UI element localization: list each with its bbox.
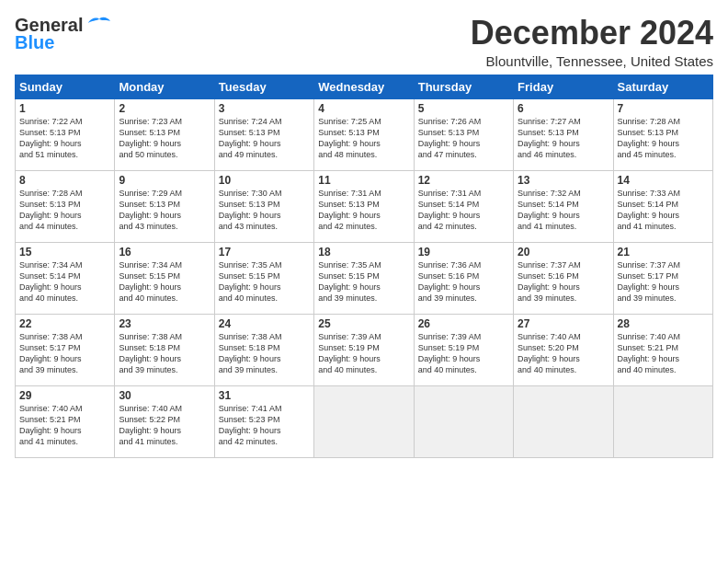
day-info: Sunrise: 7:28 AM Sunset: 5:13 PM Dayligh… [618,116,709,161]
month-title: December 2024 [471,15,713,52]
day-info: Sunrise: 7:22 AM Sunset: 5:13 PM Dayligh… [19,116,110,161]
day-number: 8 [19,174,110,187]
day-number: 28 [618,317,709,330]
day-info: Sunrise: 7:36 AM Sunset: 5:16 PM Dayligh… [418,259,509,304]
col-sunday: Sunday [16,75,115,98]
header: General Blue December 2024 Blountville, … [15,15,713,69]
table-row: 24Sunrise: 7:38 AM Sunset: 5:18 PM Dayli… [214,314,313,385]
col-friday: Friday [514,75,613,98]
day-number: 17 [219,246,310,259]
day-number: 29 [19,389,110,402]
calendar-table: Sunday Monday Tuesday Wednesday Thursday… [15,75,713,458]
col-saturday: Saturday [613,75,712,98]
page-container: General Blue December 2024 Blountville, … [0,0,728,465]
table-row: 12Sunrise: 7:31 AM Sunset: 5:14 PM Dayli… [414,170,513,242]
day-info: Sunrise: 7:41 AM Sunset: 5:23 PM Dayligh… [219,403,310,448]
table-row: 2Sunrise: 7:23 AM Sunset: 5:13 PM Daylig… [115,98,214,170]
table-row: 7Sunrise: 7:28 AM Sunset: 5:13 PM Daylig… [613,98,712,170]
day-info: Sunrise: 7:40 AM Sunset: 5:21 PM Dayligh… [618,331,709,376]
day-number: 31 [219,389,310,402]
day-info: Sunrise: 7:26 AM Sunset: 5:13 PM Dayligh… [418,116,509,161]
table-row: 27Sunrise: 7:40 AM Sunset: 5:20 PM Dayli… [514,314,613,385]
day-number: 20 [518,246,609,259]
table-row: 22Sunrise: 7:38 AM Sunset: 5:17 PM Dayli… [16,314,115,385]
table-row: 5Sunrise: 7:26 AM Sunset: 5:13 PM Daylig… [414,98,513,170]
table-row [314,385,414,457]
calendar-header-row: Sunday Monday Tuesday Wednesday Thursday… [16,75,713,98]
day-info: Sunrise: 7:29 AM Sunset: 5:13 PM Dayligh… [119,188,210,233]
calendar-week-row: 1Sunrise: 7:22 AM Sunset: 5:13 PM Daylig… [16,98,713,170]
calendar-week-row: 8Sunrise: 7:28 AM Sunset: 5:13 PM Daylig… [16,170,713,242]
day-number: 2 [119,102,210,115]
day-number: 12 [418,174,509,187]
table-row: 4Sunrise: 7:25 AM Sunset: 5:13 PM Daylig… [314,98,414,170]
table-row: 31Sunrise: 7:41 AM Sunset: 5:23 PM Dayli… [214,385,313,457]
day-number: 30 [119,389,210,402]
day-number: 5 [418,102,509,115]
day-info: Sunrise: 7:40 AM Sunset: 5:22 PM Dayligh… [119,403,210,448]
day-number: 21 [618,246,709,259]
day-info: Sunrise: 7:40 AM Sunset: 5:21 PM Dayligh… [19,403,110,448]
table-row: 1Sunrise: 7:22 AM Sunset: 5:13 PM Daylig… [16,98,115,170]
table-row: 10Sunrise: 7:30 AM Sunset: 5:13 PM Dayli… [214,170,313,242]
day-number: 22 [19,317,110,330]
table-row: 17Sunrise: 7:35 AM Sunset: 5:15 PM Dayli… [214,242,313,314]
col-monday: Monday [115,75,214,98]
day-number: 7 [618,102,709,115]
table-row: 3Sunrise: 7:24 AM Sunset: 5:13 PM Daylig… [214,98,313,170]
table-row: 6Sunrise: 7:27 AM Sunset: 5:13 PM Daylig… [514,98,613,170]
calendar-week-row: 29Sunrise: 7:40 AM Sunset: 5:21 PM Dayli… [16,385,713,457]
table-row: 21Sunrise: 7:37 AM Sunset: 5:17 PM Dayli… [613,242,712,314]
day-number: 26 [418,317,509,330]
table-row: 25Sunrise: 7:39 AM Sunset: 5:19 PM Dayli… [314,314,414,385]
logo-bird-icon [86,15,112,35]
day-info: Sunrise: 7:24 AM Sunset: 5:13 PM Dayligh… [219,116,310,161]
col-thursday: Thursday [414,75,513,98]
table-row: 28Sunrise: 7:40 AM Sunset: 5:21 PM Dayli… [613,314,712,385]
table-row: 16Sunrise: 7:34 AM Sunset: 5:15 PM Dayli… [115,242,214,314]
day-number: 18 [318,246,409,259]
day-info: Sunrise: 7:25 AM Sunset: 5:13 PM Dayligh… [318,116,409,161]
table-row: 20Sunrise: 7:37 AM Sunset: 5:16 PM Dayli… [514,242,613,314]
day-number: 6 [518,102,609,115]
day-number: 15 [19,246,110,259]
table-row [613,385,712,457]
day-info: Sunrise: 7:38 AM Sunset: 5:18 PM Dayligh… [119,331,210,376]
title-block: December 2024 Blountville, Tennessee, Un… [471,15,713,69]
day-info: Sunrise: 7:39 AM Sunset: 5:19 PM Dayligh… [418,331,509,376]
table-row: 26Sunrise: 7:39 AM Sunset: 5:19 PM Dayli… [414,314,513,385]
table-row [414,385,513,457]
table-row: 19Sunrise: 7:36 AM Sunset: 5:16 PM Dayli… [414,242,513,314]
day-number: 3 [219,102,310,115]
day-info: Sunrise: 7:32 AM Sunset: 5:14 PM Dayligh… [518,188,609,233]
day-info: Sunrise: 7:33 AM Sunset: 5:14 PM Dayligh… [618,188,709,233]
table-row: 23Sunrise: 7:38 AM Sunset: 5:18 PM Dayli… [115,314,214,385]
table-row: 11Sunrise: 7:31 AM Sunset: 5:13 PM Dayli… [314,170,414,242]
day-info: Sunrise: 7:34 AM Sunset: 5:14 PM Dayligh… [19,259,110,304]
table-row: 9Sunrise: 7:29 AM Sunset: 5:13 PM Daylig… [115,170,214,242]
day-info: Sunrise: 7:23 AM Sunset: 5:13 PM Dayligh… [119,116,210,161]
table-row: 29Sunrise: 7:40 AM Sunset: 5:21 PM Dayli… [16,385,115,457]
day-info: Sunrise: 7:31 AM Sunset: 5:14 PM Dayligh… [418,188,509,233]
day-info: Sunrise: 7:38 AM Sunset: 5:18 PM Dayligh… [219,331,310,376]
day-info: Sunrise: 7:34 AM Sunset: 5:15 PM Dayligh… [119,259,210,304]
day-info: Sunrise: 7:35 AM Sunset: 5:15 PM Dayligh… [219,259,310,304]
col-wednesday: Wednesday [314,75,414,98]
day-number: 23 [119,317,210,330]
table-row: 18Sunrise: 7:35 AM Sunset: 5:15 PM Dayli… [314,242,414,314]
day-number: 24 [219,317,310,330]
logo-blue-text: Blue [15,32,54,53]
day-number: 25 [318,317,409,330]
table-row: 14Sunrise: 7:33 AM Sunset: 5:14 PM Dayli… [613,170,712,242]
calendar-body: 1Sunrise: 7:22 AM Sunset: 5:13 PM Daylig… [16,98,713,457]
calendar-week-row: 15Sunrise: 7:34 AM Sunset: 5:14 PM Dayli… [16,242,713,314]
day-number: 1 [19,102,110,115]
table-row: 30Sunrise: 7:40 AM Sunset: 5:22 PM Dayli… [115,385,214,457]
day-number: 9 [119,174,210,187]
day-number: 19 [418,246,509,259]
table-row: 13Sunrise: 7:32 AM Sunset: 5:14 PM Dayli… [514,170,613,242]
day-number: 4 [318,102,409,115]
day-number: 16 [119,246,210,259]
day-number: 13 [518,174,609,187]
day-number: 27 [518,317,609,330]
